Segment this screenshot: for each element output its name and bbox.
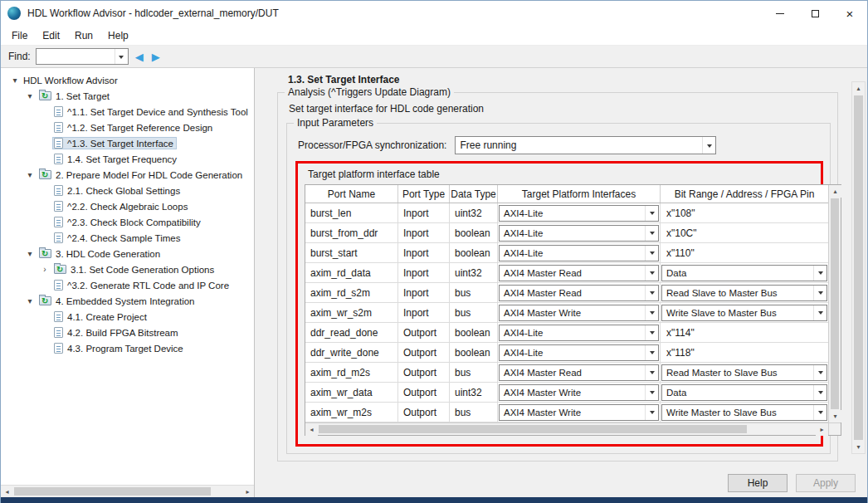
chevron-down-icon[interactable] [702,137,715,154]
tree-item[interactable]: 1.4. Set Target Frequency [1,151,180,167]
tree-item-body[interactable]: 3.1. Set Code Generation Options [52,264,217,276]
scroll-right-icon[interactable]: ▸ [241,486,254,498]
tree-item-body[interactable]: 4.1. Create Project [52,310,150,323]
tree-item[interactable]: ^2.3. Check Block Compatibility [1,214,204,230]
tree-expand-icon[interactable]: › [37,265,52,274]
help-button[interactable]: Help [728,474,788,492]
chevron-down-icon[interactable] [645,226,658,241]
bit-range-dropdown[interactable]: Write Master to Slave Bus [661,404,827,421]
tree-item[interactable]: ^1.1. Set Target Device and Synthesis To… [1,104,251,120]
chevron-down-icon[interactable] [645,365,658,380]
chevron-down-icon[interactable] [813,286,827,300]
table-vertical-scrollbar[interactable]: ▴ ▾ [828,185,841,422]
scroll-left-icon[interactable]: ◂ [1,486,13,498]
tree-expand-icon[interactable]: ▾ [22,170,37,179]
menu-item[interactable]: Edit [35,27,67,44]
sync-dropdown[interactable]: Free running [455,136,716,154]
scrollbar-track[interactable] [318,423,816,435]
scrollbar-thumb[interactable] [831,198,839,409]
chevron-down-icon[interactable] [645,246,658,261]
interface-dropdown[interactable]: AXI4-Lite [499,225,659,242]
chevron-down-icon[interactable] [645,385,658,400]
apply-button[interactable]: Apply [796,474,856,492]
chevron-down-icon[interactable] [813,305,827,320]
tree-item-body[interactable]: 1. Set Target [37,90,113,102]
bit-range-dropdown[interactable]: Read Master to Slave Bus [661,364,827,381]
tree-expand-icon[interactable]: ▾ [22,91,37,100]
tree-expand-icon[interactable]: ▾ [7,76,22,85]
tree-item-body[interactable]: ^3.2. Generate RTL Code and IP Core [52,279,232,291]
tree-item[interactable]: ^3.2. Generate RTL Code and IP Core [1,277,232,293]
scrollbar-thumb[interactable] [319,425,747,433]
scrollbar-thumb[interactable] [854,95,863,440]
scroll-up-icon[interactable]: ▴ [829,185,841,198]
interface-dropdown[interactable]: AXI4 Master Read [499,364,659,381]
bit-range-dropdown[interactable]: Write Slave to Master Bus [661,305,827,321]
find-combobox[interactable] [36,48,129,65]
tree-item[interactable]: › 3.1. Set Code Generation Options [1,261,217,277]
tree-item[interactable]: ▾ 1. Set Target [1,88,113,104]
tree-item-body[interactable]: ^1.1. Set Target Device and Synthesis To… [52,105,251,118]
close-button[interactable]: × [832,1,867,26]
tree-item-body[interactable]: 4.2. Build FPGA Bitstream [52,326,182,339]
scroll-down-icon[interactable]: ▾ [829,410,841,422]
menu-item[interactable]: File [4,27,35,44]
tree-item[interactable]: 4.3. Program Target Device [1,340,187,356]
chevron-down-icon[interactable] [115,49,128,64]
tree-item-body[interactable]: 4.3. Program Target Device [52,342,187,354]
tree-item-body[interactable]: ^1.2. Set Target Reference Design [52,121,216,134]
chevron-down-icon[interactable] [813,365,827,380]
tree-item-body[interactable]: HDL Workflow Advisor [22,75,121,86]
minimize-button[interactable] [763,1,797,26]
bit-range-dropdown[interactable]: Data [661,384,827,401]
interface-dropdown[interactable]: AXI4-Lite [499,344,659,361]
menu-item[interactable]: Help [100,27,136,44]
tree-item-body[interactable]: 2. Prepare Model For HDL Code Generation [37,169,246,181]
interface-dropdown[interactable]: AXI4-Lite [499,325,659,341]
tree-item[interactable]: 4.2. Build FPGA Bitstream [1,325,182,340]
tree-item[interactable]: ▾ 4. Embedded System Integration [1,293,198,309]
tree-item-body[interactable]: 2.1. Check Global Settings [52,184,183,197]
tree-item-body[interactable]: ^1.3. Set Target Interface [52,137,177,149]
scroll-down-icon[interactable]: ▾ [852,441,865,453]
tree-item-body[interactable]: 3. HDL Code Generation [37,248,163,260]
tree-expand-icon[interactable]: ▾ [22,296,37,305]
tree-item[interactable]: 4.1. Create Project [1,309,150,325]
chevron-down-icon[interactable] [645,405,658,420]
find-next-button[interactable]: ▶ [150,51,162,63]
tree-item-body[interactable]: ^2.2. Check Algebraic Loops [52,200,191,212]
chevron-down-icon[interactable] [645,305,658,320]
bit-range-dropdown[interactable]: Data [661,265,827,281]
menu-item[interactable]: Run [67,27,100,44]
scroll-left-icon[interactable]: ◂ [305,423,318,436]
tree-horizontal-scrollbar[interactable]: ◂ ▸ [1,485,254,497]
tree-item-body[interactable]: ^2.4. Check Sample Times [52,232,183,244]
table-horizontal-scrollbar[interactable]: ◂ ▸ [305,422,828,435]
tree-item-body[interactable]: 4. Embedded System Integration [37,295,198,307]
interface-dropdown[interactable]: AXI4 Master Read [499,265,659,281]
tree-item[interactable]: ▾ HDL Workflow Advisor [1,72,121,88]
tree-item[interactable]: ▾ 3. HDL Code Generation [1,246,163,261]
chevron-down-icon[interactable] [645,286,658,300]
tree-expand-icon[interactable]: ▾ [22,249,37,258]
tree-item[interactable]: ^2.2. Check Algebraic Loops [1,198,191,214]
interface-dropdown[interactable]: AXI4 Master Read [499,285,659,301]
interface-dropdown[interactable]: AXI4 Master Write [499,384,659,401]
tree-item[interactable]: ^2.4. Check Sample Times [1,230,183,246]
tree-item-body[interactable]: 1.4. Set Target Frequency [52,153,180,165]
chevron-down-icon[interactable] [813,405,827,420]
scroll-right-icon[interactable]: ▸ [816,423,828,436]
scrollbar-thumb[interactable] [14,487,211,496]
interface-dropdown[interactable]: AXI4-Lite [499,245,659,261]
interface-dropdown[interactable]: AXI4 Master Write [499,404,659,421]
maximize-button[interactable] [797,1,832,26]
find-previous-button[interactable]: ◀ [134,51,145,63]
chevron-down-icon[interactable] [645,345,658,360]
tree-item[interactable]: ^1.2. Set Target Reference Design [1,120,216,135]
chevron-down-icon[interactable] [645,325,658,340]
tree-item[interactable]: 2.1. Check Global Settings [1,183,183,198]
panel-vertical-scrollbar[interactable]: ▴ ▾ [851,81,866,454]
chevron-down-icon[interactable] [645,266,658,281]
interface-dropdown[interactable]: AXI4 Master Write [499,305,659,321]
interface-dropdown[interactable]: AXI4-Lite [499,205,659,222]
